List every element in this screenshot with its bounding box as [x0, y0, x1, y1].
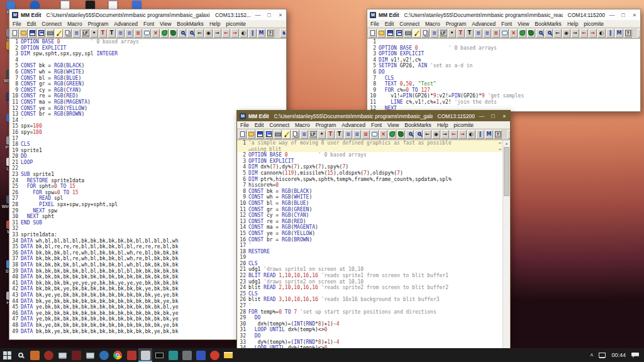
copy-button[interactable]: [291, 130, 299, 139]
menu-help[interactable]: Help: [567, 21, 578, 27]
save-as-button[interactable]: [265, 130, 273, 139]
app-gray-icon[interactable]: [180, 348, 194, 362]
send-green-2-button[interactable]: [397, 130, 405, 139]
help-button[interactable]: ?: [266, 29, 274, 38]
lf-toggle-button[interactable]: LF: [309, 130, 317, 139]
copy-button[interactable]: [421, 29, 430, 38]
pause-button[interactable]: ‖: [476, 130, 484, 139]
lf-toggle-button[interactable]: LF: [439, 29, 447, 38]
new-file-button[interactable]: [238, 130, 247, 139]
menu-advanced[interactable]: Advanced: [472, 21, 496, 27]
align-center-button[interactable]: ≡: [483, 29, 491, 38]
vertical-scrollbar[interactable]: ▲ ▼: [502, 140, 510, 361]
maximize-button[interactable]: □: [618, 12, 629, 18]
indent-red-button[interactable]: ≡: [134, 29, 142, 38]
red-fwd-arrow-button[interactable]: →: [458, 130, 467, 139]
app-mmedit-2-icon[interactable]: [194, 348, 208, 362]
help-button[interactable]: ?: [624, 29, 632, 38]
scrollbar-thumb[interactable]: [504, 147, 509, 196]
app-maroon-icon[interactable]: [69, 348, 83, 362]
menu-picomite[interactable]: picomite: [453, 122, 474, 128]
delete-x-button[interactable]: ×: [509, 29, 518, 38]
tray-chevron-icon[interactable]: ˄: [590, 352, 593, 358]
lf-toggle-button[interactable]: LF: [81, 29, 89, 38]
menu-help[interactable]: Help: [437, 122, 448, 128]
menu-bookmarks[interactable]: BookMarks: [535, 21, 562, 27]
menu-program[interactable]: Program: [88, 21, 109, 27]
titlebar[interactable]: M MM Edit C:\Users\stanley555\Documents\…: [367, 9, 640, 20]
send-green-button[interactable]: [388, 130, 396, 139]
minimize-button[interactable]: —: [606, 12, 618, 18]
list-button[interactable]: ≡: [300, 130, 308, 139]
maximize-button[interactable]: □: [264, 12, 275, 18]
menu-file[interactable]: File: [240, 122, 249, 128]
send-green-2-button[interactable]: [527, 29, 535, 38]
font-color-button[interactable]: T: [326, 130, 335, 139]
file-explorer-icon[interactable]: [221, 348, 235, 362]
open-file-button[interactable]: [19, 29, 28, 38]
font-size-button[interactable]: T: [108, 29, 116, 38]
print-button[interactable]: [46, 29, 54, 38]
red-back-arrow-button[interactable]: ←: [580, 29, 588, 38]
menu-file[interactable]: File: [13, 21, 21, 27]
delete-x-button[interactable]: ×: [379, 130, 387, 139]
fwd-arrow-button[interactable]: →: [441, 130, 449, 139]
print-button[interactable]: [404, 29, 412, 38]
minimize-button[interactable]: —: [252, 12, 264, 18]
notification-center-icon[interactable]: [631, 353, 639, 358]
app-monitor-2-icon[interactable]: [83, 348, 97, 362]
moon-button[interactable]: ◐: [467, 130, 475, 139]
delete-x-button[interactable]: ×: [152, 29, 160, 38]
copy-button[interactable]: [64, 29, 72, 38]
align-left-button[interactable]: ≡: [344, 130, 352, 139]
help-button[interactable]: ?: [494, 130, 502, 139]
send-green-button[interactable]: [518, 29, 526, 38]
minimize-button[interactable]: —: [476, 113, 487, 119]
menu-bookmarks[interactable]: BookMarks: [404, 122, 431, 128]
indent-red-button[interactable]: ≡: [492, 29, 500, 38]
red-fwd-arrow-button[interactable]: →: [231, 29, 239, 38]
save-as-button[interactable]: [37, 29, 45, 38]
save-button[interactable]: [386, 29, 394, 38]
menu-edit[interactable]: Edit: [255, 122, 264, 128]
save-button[interactable]: [256, 130, 264, 139]
fwd-arrow-button[interactable]: →: [213, 29, 221, 38]
menu-program[interactable]: Program: [316, 122, 336, 128]
menu-view[interactable]: View: [387, 122, 399, 128]
menu-connect[interactable]: Connect: [42, 21, 62, 27]
record-dot-button[interactable]: •: [90, 29, 98, 38]
menu-view[interactable]: View: [160, 21, 171, 27]
comment-bubble-button[interactable]: [370, 130, 379, 139]
menu-bookmarks[interactable]: BookMarks: [177, 21, 204, 27]
menu-advanced[interactable]: Advanced: [341, 122, 365, 128]
close-button[interactable]: ×: [629, 12, 640, 18]
menu-macro[interactable]: Macro: [295, 122, 310, 128]
menu-connect[interactable]: Connect: [399, 21, 419, 27]
app-monitor-icon[interactable]: [55, 348, 69, 362]
find-next-button[interactable]: [545, 29, 553, 38]
red-back-arrow-button[interactable]: ←: [450, 130, 458, 139]
send-green-button[interactable]: [160, 29, 169, 38]
comment-bubble-button[interactable]: [501, 29, 509, 38]
run-button[interactable]: ♞: [638, 29, 640, 38]
titlebar[interactable]: M MM Edit C:\Users\stanley555\Documents\…: [9, 9, 286, 20]
find-prev-button[interactable]: [406, 130, 414, 139]
save-button[interactable]: [28, 29, 36, 38]
menu-program[interactable]: Program: [446, 21, 467, 27]
open-file-button[interactable]: [247, 130, 255, 139]
search-icon[interactable]: [14, 348, 28, 362]
fwd-arrow-button[interactable]: →: [571, 29, 579, 38]
red-back-arrow-button[interactable]: ←: [222, 29, 230, 38]
target-button[interactable]: ◉: [204, 29, 213, 38]
run-button[interactable]: ♞: [280, 29, 286, 38]
find-next-button[interactable]: [187, 29, 195, 38]
menu-font[interactable]: Font: [371, 122, 382, 128]
align-center-button[interactable]: ≡: [125, 29, 133, 38]
maximize-button[interactable]: □: [487, 113, 499, 119]
menu-file[interactable]: File: [370, 21, 379, 27]
menu-macro[interactable]: Macro: [425, 21, 440, 27]
back-arrow-button[interactable]: ←: [553, 29, 562, 38]
pause-button[interactable]: ‖: [248, 29, 257, 38]
new-file-button[interactable]: [11, 29, 19, 38]
menu-picomite[interactable]: picomite: [584, 21, 604, 27]
